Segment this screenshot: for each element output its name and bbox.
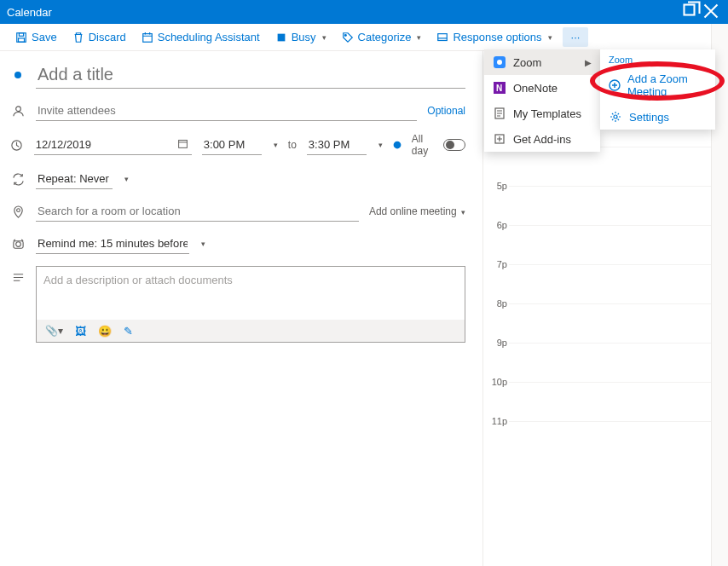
optional-link[interactable]: Optional	[427, 105, 465, 117]
hour-slot[interactable]: 11p	[509, 421, 719, 460]
allday-label: All day	[412, 133, 438, 157]
emoji-icon[interactable]: 😀	[98, 325, 112, 338]
addins-icon	[493, 132, 506, 146]
allday-toggle[interactable]: All day	[412, 133, 465, 157]
svg-text:N: N	[496, 84, 502, 93]
svg-rect-5	[277, 33, 285, 41]
start-time-input[interactable]	[202, 135, 262, 155]
response-options-button[interactable]: Response options ▾	[431, 27, 557, 47]
repeat-input[interactable]	[36, 169, 113, 189]
format-icon[interactable]: ✎	[124, 325, 133, 338]
scheduling-label: Scheduling Assistant	[158, 31, 260, 43]
svg-point-11	[393, 142, 401, 149]
svg-rect-4	[142, 33, 152, 42]
reminder-input[interactable]	[36, 234, 189, 254]
hour-label: 10p	[490, 377, 507, 387]
event-color-bullet	[14, 72, 21, 78]
zoom-icon	[493, 55, 506, 69]
save-button[interactable]: Save	[10, 27, 62, 47]
hour-slot[interactable]: 4p	[509, 147, 719, 186]
svg-rect-0	[685, 4, 695, 14]
picture-icon[interactable]: 🖼	[75, 325, 86, 338]
scheduling-assistant-button[interactable]: Scheduling Assistant	[136, 27, 265, 47]
chevron-down-icon[interactable]: ▾	[201, 240, 205, 248]
chevron-down-icon: ▾	[548, 33, 552, 42]
hour-label: 7p	[490, 259, 507, 269]
svg-point-16	[497, 60, 502, 65]
close-icon[interactable]	[701, 1, 721, 24]
svg-point-14	[15, 241, 20, 246]
categorize-button[interactable]: Categorize ▾	[337, 27, 427, 47]
zoom-submenu: ZoomAdd a Zoom MeetingSettings	[600, 49, 715, 130]
hour-slot[interactable]: 7p	[509, 264, 719, 303]
hour-label: 5p	[490, 181, 507, 191]
response-label: Response options	[453, 31, 541, 43]
hour-label: 11p	[490, 416, 507, 426]
chevron-down-icon: ▾	[322, 33, 326, 42]
svg-rect-3	[19, 38, 25, 41]
hour-slot[interactable]: 8p	[509, 303, 719, 343]
attachment-icon[interactable]: 📎▾	[45, 325, 63, 337]
busy-button[interactable]: Busy ▾	[270, 27, 332, 47]
hour-slot[interactable]: 5p	[509, 186, 719, 225]
svg-point-6	[344, 34, 346, 36]
hour-slot[interactable]: 6p	[509, 225, 719, 264]
to-label: to	[288, 139, 297, 151]
menu-item-add-a-zoom-meeting[interactable]: Add a Zoom Meeting	[600, 66, 715, 104]
event-form: Optional ▾ to ▾ All day	[0, 51, 482, 566]
description-box[interactable]: Add a description or attach documents 📎▾…	[36, 266, 465, 343]
description-input[interactable]: Add a description or attach documents	[37, 267, 465, 320]
title-input[interactable]	[36, 61, 465, 89]
chevron-down-icon[interactable]: ▾	[124, 175, 129, 183]
onenote-icon: N	[493, 81, 506, 95]
hour-slot[interactable]: 10p	[509, 382, 719, 421]
menu-item-get-add-ins[interactable]: Get Add-ins	[484, 126, 600, 152]
hour-slot[interactable]: 9p	[509, 343, 719, 382]
discard-button[interactable]: Discard	[67, 27, 131, 47]
menu-item-settings[interactable]: Settings	[600, 104, 715, 130]
location-input[interactable]	[36, 201, 359, 222]
svg-point-8	[15, 106, 20, 111]
attendees-input[interactable]	[36, 101, 417, 121]
menu-item-onenote[interactable]: NOneNote	[484, 75, 600, 101]
clock-icon	[10, 139, 24, 152]
hour-label: 8p	[490, 298, 507, 309]
reminder-icon	[10, 238, 26, 251]
chevron-down-icon[interactable]: ▾	[274, 141, 278, 149]
hour-label: 6p	[490, 220, 507, 230]
more-menu: Zoom▶NOneNoteMy TemplatesGet Add-ins	[484, 49, 600, 152]
location-icon	[10, 205, 26, 218]
categorize-label: Categorize	[358, 31, 412, 43]
discard-label: Discard	[89, 31, 126, 43]
menu-item-zoom[interactable]: Zoom▶	[484, 49, 600, 75]
repeat-icon	[10, 173, 26, 186]
toggle-switch[interactable]	[443, 139, 465, 151]
svg-point-12	[16, 208, 20, 211]
people-icon	[10, 105, 26, 118]
add-online-meeting-button[interactable]: Add online meeting ▾	[369, 205, 465, 217]
svg-rect-2	[19, 32, 23, 36]
more-actions-button[interactable]: ···	[563, 27, 589, 47]
busy-label: Busy	[292, 31, 316, 43]
plus-icon	[609, 78, 621, 92]
menu-item-my-templates[interactable]: My Templates	[484, 101, 600, 126]
end-time-input[interactable]	[307, 135, 367, 155]
submenu-header: Zoom	[600, 49, 715, 66]
save-label: Save	[32, 31, 57, 43]
skype-icon[interactable]	[393, 137, 402, 153]
chevron-down-icon: ▾	[417, 33, 421, 42]
date-input[interactable]	[34, 135, 192, 155]
window-title: Calendar	[7, 6, 52, 19]
popout-icon[interactable]	[680, 1, 701, 24]
toolbar: Save Discard Scheduling Assistant Busy ▾…	[0, 24, 728, 51]
chevron-right-icon: ▶	[585, 58, 592, 67]
window-titlebar: Calendar	[0, 0, 728, 24]
templates-icon	[493, 107, 506, 120]
hour-label: 9p	[490, 338, 507, 348]
description-toolbar: 📎▾ 🖼 😀 ✎	[37, 320, 465, 342]
chevron-down-icon[interactable]: ▾	[378, 141, 383, 149]
svg-rect-7	[438, 33, 448, 40]
description-icon	[10, 271, 26, 284]
svg-point-22	[614, 115, 617, 118]
gear-icon	[609, 110, 622, 124]
